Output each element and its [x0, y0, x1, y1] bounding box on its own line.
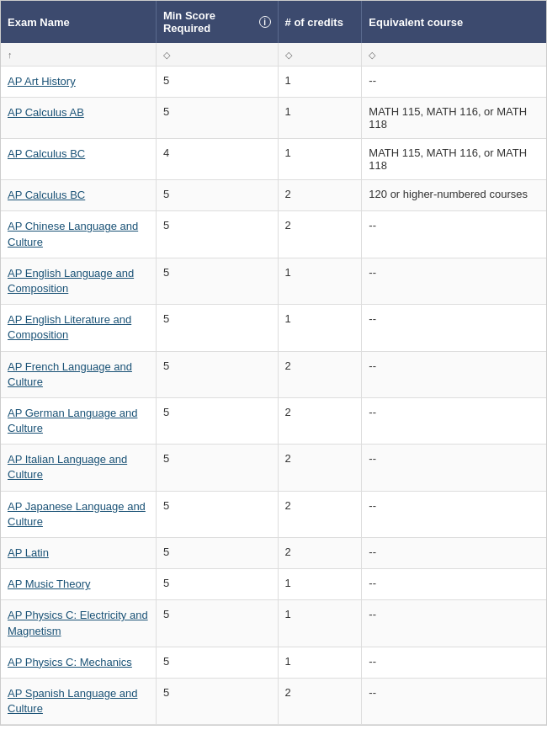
table-row: AP Physics C: Electricity and Magnetism5…	[1, 600, 546, 647]
exam-name-link[interactable]: AP English Literature and Composition	[8, 313, 131, 341]
exam-name-cell: AP French Language and Culture	[1, 351, 156, 397]
exam-name-cell: AP Music Theory	[1, 569, 156, 600]
equiv-course-cell: MATH 115, MATH 116, or MATH 118	[362, 98, 546, 139]
table-row: AP Spanish Language and Culture52--	[1, 678, 546, 724]
equiv-course-cell: --	[362, 491, 546, 537]
exam-name-cell: AP Chinese Language and Culture	[1, 211, 156, 258]
sort-asc-icon[interactable]: ↑	[8, 50, 13, 60]
equiv-course-cell: --	[362, 67, 546, 98]
credits-cell: 1	[278, 647, 362, 678]
credits-cell: 1	[278, 305, 362, 351]
exam-name-link[interactable]: AP Italian Language and Culture	[8, 453, 127, 481]
exam-name-cell: AP Spanish Language and Culture	[1, 678, 156, 724]
equiv-course-cell: --	[362, 569, 546, 600]
sort-credits-icon[interactable]: ◇	[285, 50, 292, 61]
exam-name-link[interactable]: AP Art History	[8, 75, 76, 88]
credits-cell: 2	[278, 678, 362, 724]
credits-cell: 2	[278, 538, 362, 569]
table-row: AP English Language and Composition51--	[1, 258, 546, 304]
credits-cell: 1	[278, 600, 362, 647]
equiv-course-cell: --	[362, 397, 546, 444]
exam-name-cell: AP Italian Language and Culture	[1, 445, 156, 491]
exam-name-cell: AP German Language and Culture	[1, 397, 156, 444]
min-score-cell: 5	[156, 305, 278, 351]
min-score-cell: 5	[156, 180, 278, 211]
exam-name-link[interactable]: AP French Language and Culture	[8, 360, 132, 388]
min-score-cell: 5	[156, 397, 278, 444]
table-row: AP Chinese Language and Culture52--	[1, 211, 546, 258]
equiv-course-cell: --	[362, 647, 546, 678]
table-header-row: Exam Name Min Score Required i # of cred…	[1, 1, 546, 43]
sort-credits[interactable]: ◇	[278, 43, 362, 67]
equiv-course-cell: 120 or higher-numbered courses	[362, 180, 546, 211]
credits-cell: 2	[278, 211, 362, 258]
exam-name-cell: AP Latin	[1, 538, 156, 569]
min-score-cell: 5	[156, 538, 278, 569]
table-row: AP Latin52--	[1, 538, 546, 569]
credits-cell: 2	[278, 445, 362, 491]
exam-name-link[interactable]: AP Japanese Language and Culture	[8, 500, 146, 528]
sort-equiv-icon[interactable]: ◇	[369, 50, 375, 61]
exam-name-link[interactable]: AP Calculus BC	[8, 189, 85, 201]
credits-cell: 1	[278, 258, 362, 304]
equiv-course-cell: --	[362, 678, 546, 724]
min-score-cell: 5	[156, 445, 278, 491]
min-score-cell: 5	[156, 67, 278, 98]
equiv-course-cell: --	[362, 600, 546, 647]
sort-min-score[interactable]: ◇	[156, 43, 278, 67]
exam-name-cell: AP Physics C: Electricity and Magnetism	[1, 600, 156, 647]
credits-cell: 1	[278, 67, 362, 98]
min-score-cell: 5	[156, 491, 278, 537]
credits-cell: 2	[278, 491, 362, 537]
equiv-course-cell: --	[362, 258, 546, 304]
table-row: AP Japanese Language and Culture52--	[1, 491, 546, 537]
min-score-cell: 5	[156, 98, 278, 139]
exam-name-link[interactable]: AP German Language and Culture	[8, 407, 137, 434]
header-min-score: Min Score Required i	[156, 1, 278, 43]
min-score-cell: 5	[156, 600, 278, 647]
exam-name-cell: AP Calculus BC	[1, 139, 156, 180]
credits-cell: 2	[278, 180, 362, 211]
exam-name-cell: AP English Language and Composition	[1, 258, 156, 304]
header-exam-name: Exam Name	[1, 1, 156, 43]
exam-name-link[interactable]: AP Latin	[8, 546, 49, 559]
exam-name-cell: AP English Literature and Composition	[1, 305, 156, 351]
table-row: AP French Language and Culture52--	[1, 351, 546, 397]
table-row: AP Calculus AB51MATH 115, MATH 116, or M…	[1, 98, 546, 139]
min-score-cell: 5	[156, 647, 278, 678]
credits-cell: 1	[278, 569, 362, 600]
equiv-course-cell: --	[362, 351, 546, 397]
header-credits: # of credits	[278, 1, 362, 43]
exam-name-link[interactable]: AP Spanish Language and Culture	[8, 687, 137, 715]
ap-credits-table: Exam Name Min Score Required i # of cred…	[0, 0, 547, 726]
exam-name-link[interactable]: AP Music Theory	[8, 578, 91, 590]
sort-score-icon[interactable]: ◇	[163, 50, 170, 61]
sort-controls-row: ↑ ◇ ◇ ◇	[1, 43, 546, 67]
exam-name-link[interactable]: AP Physics C: Mechanics	[8, 656, 132, 668]
info-icon[interactable]: i	[259, 16, 271, 28]
table-row: AP Calculus BC52120 or higher-numbered c…	[1, 180, 546, 211]
exam-name-link[interactable]: AP Calculus AB	[8, 106, 84, 119]
table-row: AP Physics C: Mechanics51--	[1, 647, 546, 678]
min-score-cell: 5	[156, 211, 278, 258]
sort-equiv[interactable]: ◇	[362, 43, 546, 67]
equiv-course-cell: --	[362, 538, 546, 569]
table-row: AP Music Theory51--	[1, 569, 546, 600]
exam-name-link[interactable]: AP Chinese Language and Culture	[8, 220, 138, 248]
min-score-cell: 5	[156, 569, 278, 600]
table-row: AP Art History51--	[1, 67, 546, 98]
exam-name-link[interactable]: AP English Language and Composition	[8, 267, 134, 295]
credits-cell: 2	[278, 397, 362, 444]
min-score-cell: 5	[156, 258, 278, 304]
sort-exam-name[interactable]: ↑	[1, 43, 156, 67]
equiv-course-cell: --	[362, 211, 546, 258]
exam-name-link[interactable]: AP Calculus BC	[8, 147, 85, 160]
exam-name-link[interactable]: AP Physics C: Electricity and Magnetism	[8, 609, 148, 636]
equiv-course-cell: --	[362, 445, 546, 491]
exam-name-cell: AP Japanese Language and Culture	[1, 491, 156, 537]
credits-cell: 2	[278, 351, 362, 397]
table-row: AP German Language and Culture52--	[1, 397, 546, 444]
table-row: AP Calculus BC41MATH 115, MATH 116, or M…	[1, 139, 546, 180]
credits-cell: 1	[278, 98, 362, 139]
exam-name-cell: AP Calculus BC	[1, 180, 156, 211]
